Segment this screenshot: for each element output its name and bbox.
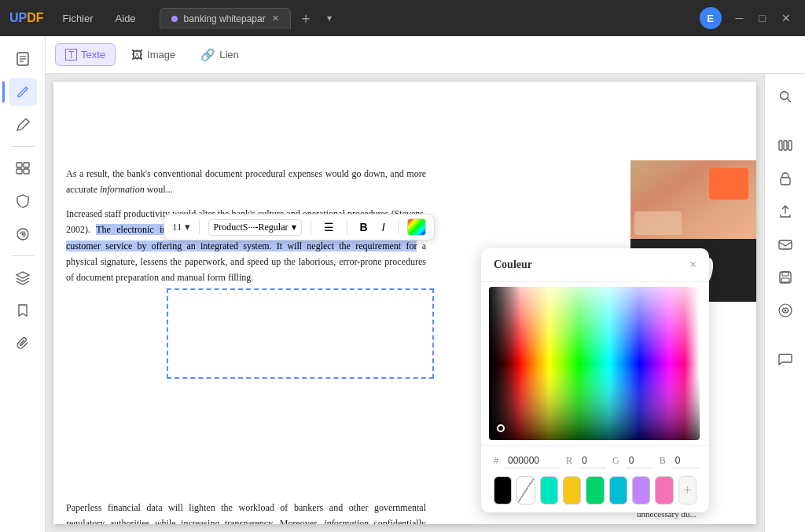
toolbar-separator-4 xyxy=(398,219,399,235)
svg-rect-19 xyxy=(781,278,789,282)
preset-colors-row: + xyxy=(494,476,697,504)
swatch-black[interactable] xyxy=(494,476,512,504)
tab-area: banking whitepapar ✕ ＋ ▾ xyxy=(160,6,700,31)
pdf-text-information: information xyxy=(100,184,145,195)
font-family-dropdown-icon: ▾ xyxy=(292,222,296,233)
right-icon-library[interactable] xyxy=(771,131,799,160)
sidebar-icon-bookmark[interactable] xyxy=(9,296,37,325)
color-grid[interactable] xyxy=(489,287,700,440)
sidebar-icon-ai[interactable] xyxy=(9,220,37,248)
svg-rect-13 xyxy=(784,141,787,150)
help-menu[interactable]: Aide xyxy=(106,9,145,28)
font-size-value: 11 xyxy=(172,221,182,233)
pdf-text-info-2: information xyxy=(324,518,369,524)
b-label: B xyxy=(660,455,666,467)
font-family-control[interactable]: ProductS···-Regular ▾ xyxy=(208,219,302,236)
text-tool-button[interactable]: 🅃 Texte xyxy=(55,43,116,66)
tab-title: banking whitepapar xyxy=(184,13,266,24)
svg-line-11 xyxy=(787,99,791,103)
hex-input[interactable] xyxy=(505,453,560,468)
color-gradient-container xyxy=(481,282,709,445)
hex-input-row: # R G B xyxy=(494,453,697,468)
svg-rect-5 xyxy=(24,163,29,167)
pdf-para-3: Paperless financial data will lighten th… xyxy=(66,500,426,524)
toolbar-separator-1 xyxy=(199,219,200,235)
color-canvas[interactable] xyxy=(489,287,700,440)
right-icon-share[interactable] xyxy=(771,197,799,226)
sidebar-icon-protect[interactable] xyxy=(9,187,37,215)
swatch-yellow[interactable] xyxy=(563,476,581,504)
left-sidebar xyxy=(0,36,46,532)
sidebar-icon-annotate[interactable] xyxy=(9,111,37,139)
add-tab-button[interactable]: ＋ xyxy=(291,6,321,31)
g-label: G xyxy=(612,455,619,467)
swatch-transparent[interactable] xyxy=(516,476,535,504)
color-picker-bottom: # R G B xyxy=(481,445,709,512)
svg-point-9 xyxy=(21,233,24,236)
right-icon-save[interactable] xyxy=(771,263,799,292)
svg-rect-4 xyxy=(17,163,22,167)
pdf-text-block-2: Paperless financial data will lighten th… xyxy=(53,490,439,524)
title-bar-right: E ─ □ ✕ xyxy=(700,7,805,29)
pdf-para-1: As a result, the bank's conventional doc… xyxy=(66,166,426,198)
color-picker-indicator xyxy=(497,424,505,432)
sidebar-icon-layers[interactable] xyxy=(9,263,37,292)
image-tool-icon: 🖼 xyxy=(131,48,143,61)
right-icon-chat[interactable] xyxy=(771,345,799,373)
font-size-dropdown-icon[interactable]: ▾ xyxy=(185,221,190,233)
color-picker-button[interactable] xyxy=(407,218,426,236)
toolbar-separator-2 xyxy=(311,219,311,235)
b-input[interactable] xyxy=(672,453,700,468)
content-area: 🅃 Texte 🖼 Image 🔗 Lien As a result, the … xyxy=(46,36,805,532)
sidebar-icon-pages[interactable] xyxy=(9,45,37,73)
right-icon-lock[interactable] xyxy=(771,164,799,193)
pdf-page: As a result, the bank's conventional doc… xyxy=(53,82,756,524)
g-input[interactable] xyxy=(626,453,653,468)
sidebar-icon-edit[interactable] xyxy=(9,78,37,106)
swatch-teal[interactable] xyxy=(540,476,558,504)
bold-button[interactable]: B xyxy=(356,218,372,236)
color-picker-close-button[interactable]: × xyxy=(689,258,697,272)
minimize-button[interactable]: ─ xyxy=(731,10,748,26)
sidebar-divider-2 xyxy=(11,255,35,256)
link-tool-label: Lien xyxy=(219,49,239,61)
active-tab[interactable]: banking whitepapar ✕ xyxy=(160,8,291,29)
swatch-green[interactable] xyxy=(586,476,604,504)
maximize-button[interactable]: □ xyxy=(755,10,770,26)
pdf-image-thumbnail xyxy=(630,160,756,239)
toolbar-separator-3 xyxy=(347,219,347,235)
file-menu[interactable]: Fichier xyxy=(53,9,103,28)
tab-dropdown-button[interactable]: ▾ xyxy=(321,9,338,27)
align-button[interactable]: ☰ xyxy=(320,218,338,236)
swatch-purple[interactable] xyxy=(632,476,650,504)
tab-dot xyxy=(171,16,178,22)
menu-bar: Fichier Aide xyxy=(53,9,145,28)
close-button[interactable]: ✕ xyxy=(777,10,796,26)
text-edit-toolbar: 11 ▾ ProductS···-Regular ▾ ☰ B I xyxy=(164,214,435,240)
font-size-control[interactable]: 11 ▾ xyxy=(172,221,190,233)
title-bar: UPDF Fichier Aide banking whitepapar ✕ ＋… xyxy=(0,0,805,36)
swatch-cyan[interactable] xyxy=(609,476,627,504)
svg-rect-6 xyxy=(17,169,22,174)
right-icon-mail[interactable] xyxy=(771,230,799,259)
color-picker-header: Couleur × xyxy=(481,248,709,282)
swatch-pink[interactable] xyxy=(655,476,673,504)
right-icon-ai-assist[interactable] xyxy=(771,296,799,325)
link-tool-button[interactable]: 🔗 Lien xyxy=(191,44,248,66)
swatch-add[interactable]: + xyxy=(678,476,697,504)
right-sidebar xyxy=(764,74,805,532)
doc-area: As a result, the bank's conventional doc… xyxy=(46,74,805,532)
svg-rect-12 xyxy=(779,141,782,150)
edit-toolbar: 🅃 Texte 🖼 Image 🔗 Lien xyxy=(46,36,805,74)
r-input[interactable] xyxy=(579,453,606,468)
sidebar-icon-organize[interactable] xyxy=(9,154,37,182)
link-tool-icon: 🔗 xyxy=(200,48,215,62)
image-tool-button[interactable]: 🖼 Image xyxy=(122,44,185,65)
svg-rect-18 xyxy=(782,272,788,276)
right-icon-search[interactable] xyxy=(771,83,799,111)
italic-button[interactable]: I xyxy=(378,218,389,236)
user-avatar[interactable]: E xyxy=(700,7,722,29)
pdf-partial-text-8: (Kumari, 2021). xyxy=(637,521,750,524)
sidebar-icon-attach[interactable] xyxy=(9,329,37,358)
close-tab-button[interactable]: ✕ xyxy=(272,13,279,24)
